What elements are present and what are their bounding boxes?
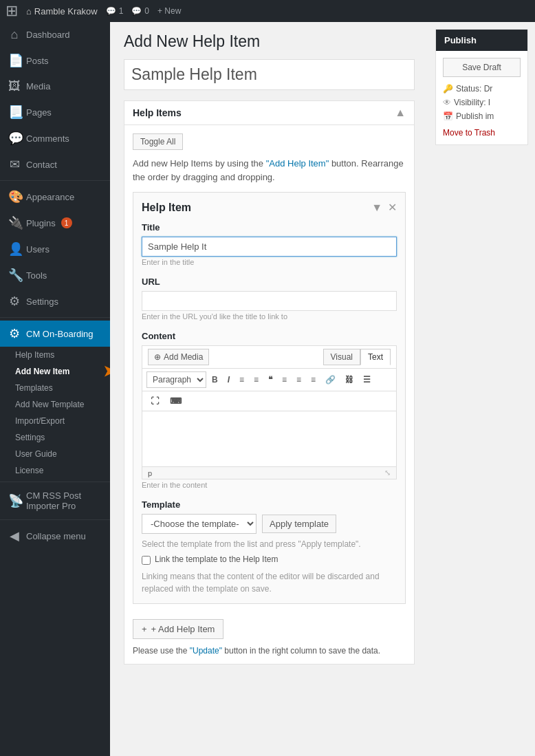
cm-rss-icon: 📡 (8, 493, 21, 508)
new-post-button[interactable]: + New (157, 6, 181, 16)
content-editor: ⊕ Add Media Visual Text Paragr (142, 345, 397, 479)
unlink-button[interactable]: ⛓ (341, 373, 358, 387)
metabox-body: Toggle All Add new Help Items by using t… (124, 125, 414, 664)
content-label: Content (142, 331, 397, 341)
sidebar-item-appearance[interactable]: 🎨 Appearance (0, 184, 110, 210)
link-template-checkbox-row: Link the template to the Help Item (142, 554, 397, 565)
feedback-count[interactable]: 💬 0 (131, 6, 149, 16)
apply-template-button[interactable]: Apply template (262, 515, 336, 533)
tools-icon: 🔧 (8, 268, 21, 283)
update-link[interactable]: "Update" (190, 646, 222, 656)
sidebar-sub-import-export[interactable]: Import/Export (0, 413, 110, 429)
url-input[interactable] (142, 291, 397, 311)
sidebar-item-users[interactable]: 👤 Users (0, 236, 110, 262)
fullscreen-button[interactable]: ⛶ (146, 394, 163, 408)
metabox-title: Help Items (133, 107, 182, 118)
unordered-list-button[interactable]: ≡ (235, 373, 248, 387)
template-hint: Select the template from the list and pr… (142, 539, 397, 549)
divider-1 (0, 180, 110, 181)
bold-button[interactable]: B (208, 373, 222, 387)
sidebar-item-cm-rss[interactable]: 📡 CM RSS Post Importer Pro (0, 485, 110, 517)
toggle-all-button[interactable]: Toggle All (133, 133, 183, 150)
card-collapse-button[interactable]: ▼ (371, 202, 382, 214)
align-right-button[interactable]: ≡ (307, 373, 320, 387)
site-name[interactable]: ⌂ Ramble Krakow (26, 6, 98, 17)
move-to-trash-link[interactable]: Move to Trash (443, 128, 521, 138)
sidebar-sub-user-guide[interactable]: User Guide (0, 446, 110, 462)
sidebar-sub-add-new-item[interactable]: Add New Item ➤ (0, 363, 110, 380)
resize-handle[interactable]: ⤡ (384, 468, 391, 477)
sidebar-item-plugins[interactable]: 🔌 Plugins 1 (0, 210, 110, 236)
sidebar-item-cm-onboarding[interactable]: ⚙ CM On-Boarding (0, 321, 110, 347)
comments-nav-icon: 💬 (8, 131, 21, 146)
comments-count[interactable]: 💬 1 (106, 6, 124, 16)
keyboard-button[interactable]: ⌨ (166, 394, 186, 408)
sidebar-item-posts[interactable]: 📄 Posts (0, 47, 110, 74)
content-hint: Enter in the content (142, 481, 207, 489)
sidebar-item-tools[interactable]: 🔧 Tools (0, 262, 110, 288)
sidebar-item-contact[interactable]: ✉ Contact (0, 151, 110, 177)
add-help-item-button[interactable]: + + Add Help Item (133, 619, 223, 639)
editor-content-area[interactable] (142, 411, 396, 466)
divider-3 (0, 482, 110, 482)
card-remove-button[interactable]: ✕ (388, 201, 397, 214)
metabox-toggle-button[interactable]: ▲ (395, 107, 406, 119)
link-template-checkbox[interactable] (142, 556, 151, 565)
blockquote-button[interactable]: ❝ (264, 373, 276, 387)
contact-icon: ✉ (8, 157, 21, 172)
wordpress-logo-icon: ⊞ (6, 2, 18, 20)
publish-visibility: 👁 Visibility: I (443, 98, 521, 107)
publish-box: Publish Save Draft 🔑 Status: Dr 👁 Visibi… (435, 29, 528, 145)
add-help-item-link[interactable]: "Add Help Item" (266, 158, 329, 169)
title-input[interactable] (142, 237, 397, 257)
text-mode-button[interactable]: Text (360, 349, 391, 365)
template-row: -Choose the template- Apply template (142, 514, 397, 534)
post-title-input[interactable] (124, 59, 415, 90)
collapse-icon: ◀ (8, 528, 21, 543)
sidebar-sub-add-new-template[interactable]: Add New Template (0, 396, 110, 413)
template-select[interactable]: -Choose the template- (142, 514, 256, 534)
pages-icon: 📃 (8, 105, 21, 120)
italic-button[interactable]: I (223, 373, 234, 387)
sidebar-item-comments[interactable]: 💬 Comments (0, 125, 110, 151)
divider-2 (0, 317, 110, 318)
sidebar-item-settings[interactable]: ⚙ Settings (0, 288, 110, 314)
plugins-icon: 🔌 (8, 215, 21, 230)
page-title: Add New Help Item (124, 32, 415, 51)
paragraph-select[interactable]: Paragraph (146, 371, 206, 388)
posts-icon: 📄 (8, 53, 21, 68)
link-template-label: Link the template to the Help Item (155, 554, 278, 564)
url-field-group: URL Enter in the URL you'd like the titl… (142, 277, 397, 321)
add-media-button[interactable]: ⊕ Add Media (148, 349, 209, 365)
save-draft-button[interactable]: Save Draft (443, 58, 521, 77)
link-button[interactable]: 🔗 (321, 373, 340, 387)
add-media-icon: ⊕ (154, 352, 161, 362)
more-button[interactable]: ☰ (359, 373, 375, 387)
sidebar-sub-license[interactable]: License (0, 462, 110, 479)
plugins-badge: 1 (61, 217, 72, 228)
publish-box-header: Publish (436, 30, 527, 51)
divider-4 (0, 519, 110, 520)
align-center-button[interactable]: ≡ (292, 373, 305, 387)
metabox-header: Help Items ▲ (124, 101, 414, 125)
title-hint: Enter in the title (142, 258, 194, 266)
users-icon: 👤 (8, 241, 21, 257)
sidebar-sub-help-items[interactable]: Help Items (0, 347, 110, 363)
help-item-card: Help Item ▼ ✕ Title Enter in the title (133, 192, 406, 604)
align-left-button[interactable]: ≡ (278, 373, 291, 387)
sidebar-collapse-menu[interactable]: ◀ Collapse menu (0, 523, 110, 549)
media-icon: 🖼 (8, 79, 21, 94)
visual-mode-button[interactable]: Visual (323, 349, 360, 365)
editor-formatting-bar: Paragraph B I ≡ ≡ ❝ ≡ ≡ ≡ 🔗 (142, 369, 396, 391)
sidebar-item-pages[interactable]: 📃 Pages (0, 99, 110, 125)
sidebar-item-dashboard[interactable]: ⌂ Dashboard (0, 22, 110, 47)
sidebar-sub-templates[interactable]: Templates (0, 380, 110, 396)
help-item-card-title: Help Item (142, 202, 191, 214)
ordered-list-button[interactable]: ≡ (250, 373, 263, 387)
publish-date: 📅 Publish im (443, 111, 521, 121)
sidebar-item-media[interactable]: 🖼 Media (0, 74, 110, 99)
status-icon: 🔑 (443, 84, 453, 94)
top-bar: ⊞ ⌂ Ramble Krakow 💬 1 💬 0 + New (0, 0, 535, 22)
sidebar-sub-settings[interactable]: Settings (0, 429, 110, 446)
card-actions: ▼ ✕ (371, 201, 397, 214)
